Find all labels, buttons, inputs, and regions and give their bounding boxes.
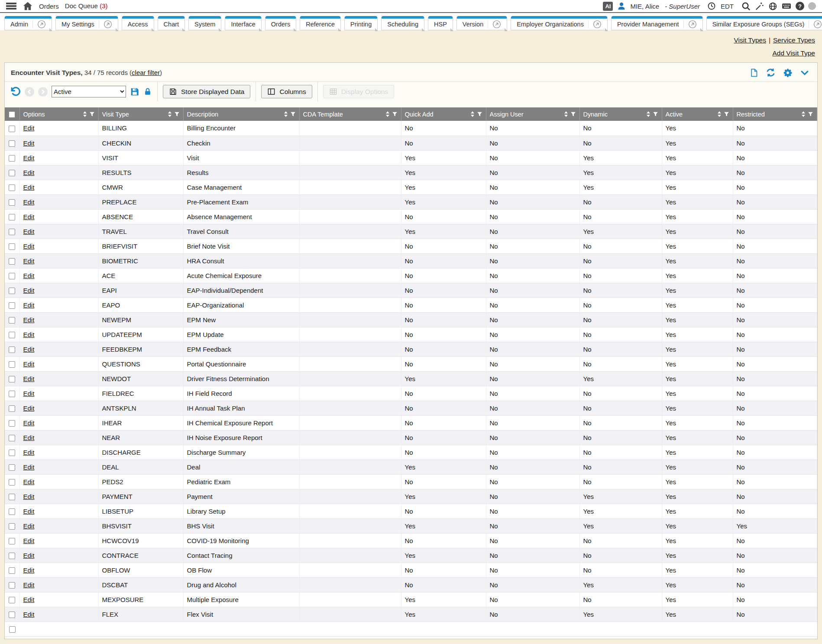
tab-access[interactable]: Access (122, 16, 154, 30)
edit-link[interactable]: Edit (23, 478, 35, 485)
column-header-description[interactable]: Description (183, 107, 299, 121)
edit-link[interactable]: Edit (23, 228, 35, 235)
sort-icon[interactable] (718, 111, 721, 117)
keyboard-icon[interactable] (781, 1, 792, 11)
add-visit-type-link[interactable]: Add Visit Type (772, 49, 815, 57)
edit-link[interactable]: Edit (23, 596, 35, 603)
tab-system[interactable]: System (188, 16, 221, 30)
nav-orders[interactable]: Orders (39, 3, 59, 10)
edit-link[interactable]: Edit (23, 154, 35, 162)
edit-link[interactable]: Edit (23, 287, 35, 294)
undo-icon[interactable] (10, 86, 21, 97)
sort-icon[interactable] (168, 111, 172, 117)
edit-link[interactable]: Edit (23, 434, 35, 441)
clock-icon[interactable] (707, 2, 716, 10)
row-checkbox[interactable] (9, 508, 15, 515)
row-checkbox[interactable] (9, 229, 15, 235)
row-checkbox[interactable] (9, 435, 15, 441)
filter-icon[interactable] (290, 111, 296, 117)
filter-icon[interactable] (89, 111, 95, 117)
gear-icon[interactable] (783, 68, 793, 78)
row-checkbox[interactable] (9, 553, 15, 559)
hamburger-menu-icon[interactable] (6, 3, 16, 10)
edit-link[interactable]: Edit (23, 449, 35, 456)
ai-badge[interactable]: AI (603, 2, 613, 11)
column-header-dynamic[interactable]: Dynamic (579, 107, 662, 121)
row-checkbox[interactable] (9, 126, 15, 132)
row-checkbox[interactable] (9, 420, 15, 427)
lock-icon[interactable] (143, 87, 152, 97)
row-checkbox[interactable] (9, 288, 15, 294)
row-checkbox[interactable] (9, 346, 15, 353)
sort-icon[interactable] (802, 111, 805, 117)
help-icon[interactable]: ? (796, 2, 804, 10)
nav-back-icon[interactable] (25, 87, 34, 97)
row-checkbox[interactable] (9, 258, 15, 265)
row-checkbox[interactable] (9, 332, 15, 338)
row-checkbox[interactable] (9, 243, 15, 250)
sort-icon[interactable] (471, 111, 474, 117)
filter-icon[interactable] (570, 111, 576, 117)
search-icon[interactable] (741, 1, 751, 11)
row-checkbox[interactable] (9, 199, 15, 206)
column-header-quick-add[interactable]: Quick Add (401, 107, 486, 121)
edit-link[interactable]: Edit (23, 508, 35, 515)
wand-icon[interactable] (755, 1, 764, 11)
row-checkbox[interactable] (9, 317, 15, 324)
row-checkbox[interactable] (9, 597, 15, 603)
column-header-cda-template[interactable]: CDA Template (299, 107, 401, 121)
filter-icon[interactable] (174, 111, 180, 117)
tab-my-settings[interactable]: My Settings (55, 16, 118, 30)
edit-link[interactable]: Edit (23, 581, 35, 589)
filter-icon[interactable] (653, 111, 658, 117)
row-checkbox[interactable] (9, 479, 15, 485)
row-checkbox[interactable] (9, 273, 15, 279)
row-checkbox[interactable] (9, 450, 15, 456)
edit-link[interactable]: Edit (23, 611, 35, 618)
edit-link[interactable]: Edit (23, 390, 35, 397)
footer-checkbox[interactable] (9, 626, 16, 633)
row-checkbox[interactable] (9, 302, 15, 309)
column-header-options[interactable]: Options (19, 107, 98, 121)
edit-link[interactable]: Edit (23, 301, 35, 309)
column-header-visit-type[interactable]: Visit Type (98, 107, 183, 121)
edit-link[interactable]: Edit (23, 375, 35, 382)
row-checkbox[interactable] (9, 140, 15, 147)
edit-link[interactable]: Edit (23, 243, 35, 250)
column-header-restricted[interactable]: Restricted (733, 107, 817, 121)
row-checkbox[interactable] (9, 612, 15, 618)
service-types-link[interactable]: Service Types (773, 36, 815, 44)
sort-icon[interactable] (647, 111, 650, 117)
edit-link[interactable]: Edit (23, 493, 35, 500)
tab-similar-exposure-groups-segs[interactable]: Similar Exposure Groups (SEGs) (706, 16, 822, 30)
row-checkbox[interactable] (9, 582, 15, 589)
edit-link[interactable]: Edit (23, 139, 35, 147)
tab-reference[interactable]: Reference (300, 16, 341, 30)
tab-orders[interactable]: Orders (265, 16, 296, 30)
edit-link[interactable]: Edit (23, 552, 35, 559)
tab-printing[interactable]: Printing (344, 16, 378, 30)
row-checkbox[interactable] (9, 567, 15, 574)
edit-link[interactable]: Edit (23, 346, 35, 353)
refresh-icon[interactable] (766, 68, 776, 78)
edit-link[interactable]: Edit (23, 522, 35, 530)
row-checkbox[interactable] (9, 376, 15, 382)
sort-icon[interactable] (386, 111, 389, 117)
row-checkbox[interactable] (9, 361, 15, 368)
edit-link[interactable]: Edit (23, 566, 35, 574)
edit-link[interactable]: Edit (23, 419, 35, 427)
edit-link[interactable]: Edit (23, 463, 35, 471)
sort-icon[interactable] (284, 111, 288, 117)
edit-link[interactable]: Edit (23, 198, 35, 206)
edit-link[interactable]: Edit (23, 316, 35, 324)
tab-scheduling[interactable]: Scheduling (381, 16, 424, 30)
tab-admin[interactable]: Admin (4, 16, 52, 30)
globe-icon[interactable] (768, 2, 777, 11)
tab-version[interactable]: Version (456, 16, 507, 30)
filter-icon[interactable] (477, 111, 482, 117)
filter-icon[interactable] (724, 111, 729, 117)
row-checkbox[interactable] (9, 184, 15, 191)
collapse-chevron-icon[interactable] (800, 68, 809, 78)
edit-link[interactable]: Edit (23, 184, 35, 191)
edit-link[interactable]: Edit (23, 213, 35, 220)
